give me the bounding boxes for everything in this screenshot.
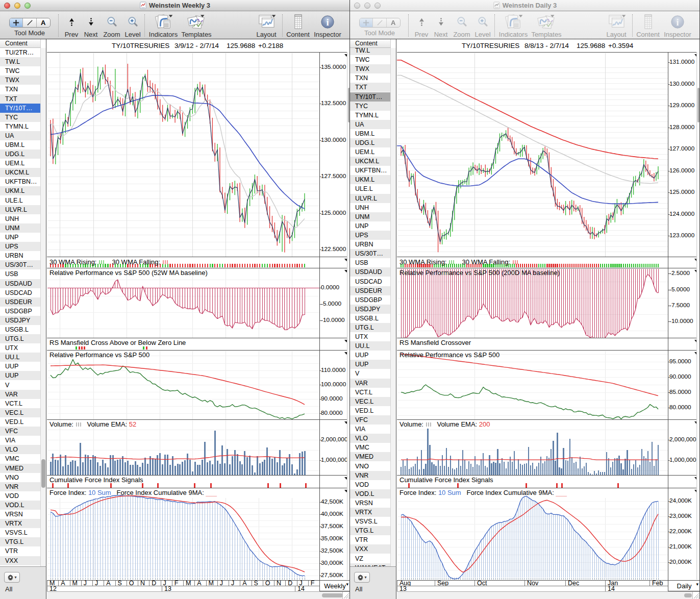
svg-text:i: i	[326, 17, 329, 28]
svg-text:i: i	[676, 17, 679, 28]
